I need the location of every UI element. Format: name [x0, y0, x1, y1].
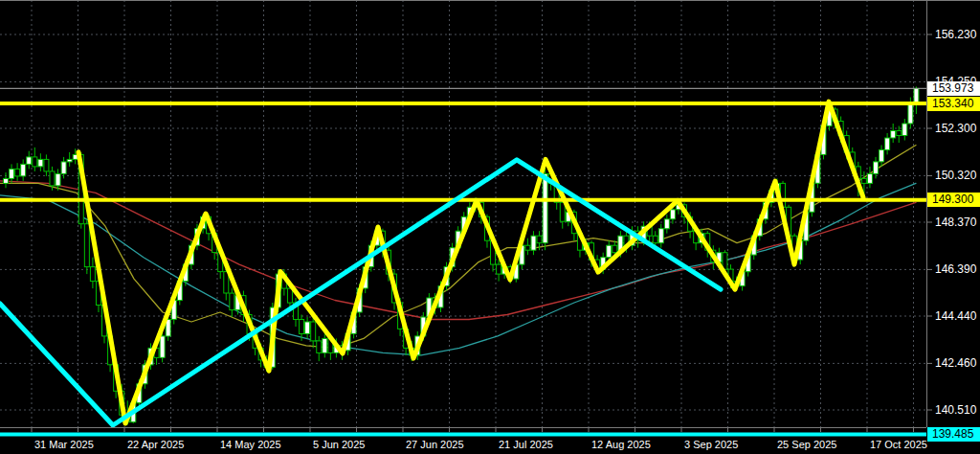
- cyan-level-label: 139.485: [927, 427, 980, 442]
- bull-candle: [61, 162, 66, 174]
- bear-candle: [311, 322, 316, 341]
- date-tick-label: 17 Oct 2025: [870, 439, 927, 450]
- bear-candle: [317, 341, 322, 353]
- bear-candle: [497, 264, 501, 274]
- bear-candle: [230, 293, 234, 310]
- price-tick-label: 146.390: [935, 262, 976, 276]
- bear-candle: [537, 236, 542, 243]
- bear-candle: [90, 267, 95, 282]
- resistance-line-label: 153.340: [927, 97, 980, 111]
- current-price-label: 153.973: [927, 81, 980, 96]
- date-tick-label: 31 Mar 2025: [34, 439, 94, 450]
- price-tick-label: 140.510: [935, 403, 976, 417]
- price-tick-label: 144.440: [935, 309, 976, 323]
- bull-candle: [902, 124, 907, 136]
- bull-candle: [56, 173, 60, 186]
- bull-candle: [880, 149, 884, 162]
- date-tick-label: 22 Apr 2025: [127, 439, 184, 450]
- bear-candle: [50, 171, 55, 186]
- support-line-label: 149.300: [927, 193, 980, 207]
- bull-candle: [867, 173, 872, 183]
- date-tick-label: 5 Jun 2025: [313, 439, 365, 450]
- bull-candle: [38, 159, 43, 167]
- date-tick-label: 27 Jun 2025: [406, 439, 464, 450]
- bear-candle: [612, 245, 617, 253]
- bull-candle: [664, 219, 669, 229]
- bull-candle: [21, 164, 26, 176]
- bull-candle: [67, 159, 72, 162]
- bull-candle: [10, 169, 14, 178]
- trading-chart-window: 156.230154.250152.300150.320148.370146.3…: [0, 0, 980, 454]
- bull-candle: [27, 157, 32, 165]
- price-tick-label: 152.300: [935, 122, 976, 135]
- bear-candle: [300, 320, 304, 334]
- bull-candle: [891, 131, 896, 139]
- date-tick-label: 21 Jul 2025: [499, 439, 553, 450]
- bull-candle: [160, 336, 165, 357]
- bull-candle: [531, 236, 536, 250]
- bear-candle: [653, 236, 657, 243]
- bear-candle: [861, 178, 866, 183]
- bull-candle: [908, 104, 913, 124]
- bear-candle: [287, 288, 292, 303]
- bull-candle: [4, 178, 9, 183]
- bear-candle: [525, 245, 530, 250]
- bull-candle: [885, 138, 890, 150]
- date-tick-label: 12 Aug 2025: [591, 439, 651, 450]
- bear-candle: [44, 159, 49, 171]
- price-tick-label: 156.230: [935, 28, 976, 41]
- date-tick-label: 14 May 2025: [220, 439, 281, 450]
- bear-candle: [897, 131, 902, 136]
- bull-candle: [305, 322, 310, 334]
- bear-candle: [560, 202, 565, 221]
- bear-candle: [33, 157, 37, 167]
- bull-candle: [658, 229, 663, 243]
- chart-canvas[interactable]: [0, 0, 980, 454]
- price-tick-label: 142.460: [935, 356, 976, 370]
- date-tick-label: 3 Sep 2025: [684, 439, 738, 450]
- bull-candle: [323, 338, 327, 352]
- bull-candle: [607, 245, 612, 258]
- price-tick-label: 150.320: [935, 169, 976, 182]
- price-tick-label: 148.370: [935, 216, 976, 229]
- bear-candle: [15, 169, 20, 176]
- bull-candle: [670, 210, 675, 219]
- bull-candle: [543, 173, 547, 242]
- bear-candle: [84, 224, 89, 267]
- date-tick-label: 25 Sep 2025: [777, 439, 836, 450]
- bull-candle: [874, 162, 879, 174]
